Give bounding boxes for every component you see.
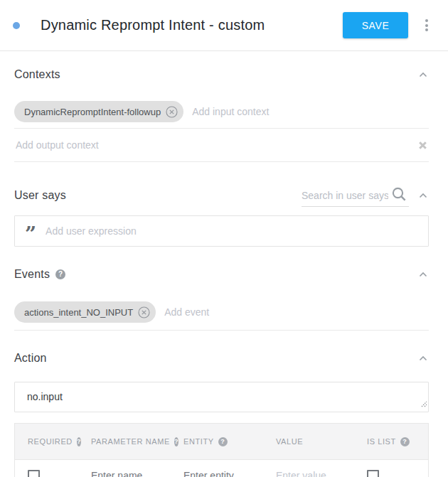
contexts-heading: Contexts bbox=[14, 68, 60, 81]
column-parameter-name: PARAMETER NAME ? bbox=[78, 437, 171, 446]
parameters-table-header: REQUIRED ? PARAMETER NAME ? ENTITY ? VAL… bbox=[15, 424, 428, 459]
collapse-action-icon[interactable] bbox=[417, 354, 429, 363]
more-options-icon[interactable] bbox=[418, 16, 435, 35]
user-says-search bbox=[302, 184, 409, 207]
collapse-contexts-icon[interactable] bbox=[417, 70, 429, 79]
entity-help-icon[interactable]: ? bbox=[218, 437, 228, 446]
search-user-says-input[interactable] bbox=[302, 187, 388, 204]
events-section: Events ? actions_intent_NO_INPUT bbox=[14, 266, 429, 331]
user-says-section: User says ” bbox=[14, 183, 429, 247]
user-says-heading: User says bbox=[14, 189, 66, 202]
input-contexts-row: DynamicRepromptIntent-followup bbox=[14, 101, 429, 129]
quote-icon: ” bbox=[25, 231, 36, 238]
user-expression-box: ” bbox=[14, 215, 429, 247]
event-chip[interactable]: actions_intent_NO_INPUT bbox=[14, 301, 156, 323]
events-heading: Events bbox=[14, 268, 50, 281]
save-button[interactable]: SAVE bbox=[343, 12, 408, 38]
required-checkbox[interactable] bbox=[28, 470, 40, 477]
event-chip-label: actions_intent_NO_INPUT bbox=[24, 307, 133, 318]
action-heading: Action bbox=[14, 352, 47, 365]
column-required: REQUIRED ? bbox=[15, 437, 78, 446]
input-context-chip[interactable]: DynamicRepromptIntent-followup bbox=[14, 101, 183, 122]
action-name-field[interactable]: no.input bbox=[14, 382, 429, 412]
action-input-wrap: no.input bbox=[14, 382, 429, 412]
is-list-checkbox[interactable] bbox=[367, 470, 379, 477]
add-user-expression-field[interactable] bbox=[46, 223, 418, 240]
value-field[interactable] bbox=[276, 467, 347, 477]
intent-header: Dynamic Reprompt Intent - custom SAVE bbox=[0, 0, 448, 51]
column-value: VALUE bbox=[263, 437, 354, 446]
action-header-row: Action bbox=[14, 350, 429, 367]
add-event-field[interactable] bbox=[164, 304, 429, 321]
remove-input-context-icon[interactable] bbox=[166, 106, 178, 118]
contexts-section: Contexts DynamicRepromptIntent-followup bbox=[14, 66, 429, 162]
remove-event-icon[interactable] bbox=[138, 306, 150, 318]
clear-output-context-icon[interactable] bbox=[417, 139, 429, 151]
action-section: Action no.input REQUIRED ? PARAMETER NAM… bbox=[14, 350, 429, 477]
column-is-list: IS LIST ? bbox=[354, 437, 428, 446]
search-icon[interactable] bbox=[391, 186, 407, 203]
intent-status-dot bbox=[13, 22, 20, 29]
add-input-context-field[interactable] bbox=[192, 103, 429, 120]
output-contexts-row bbox=[14, 129, 429, 162]
intent-editor: Contexts DynamicRepromptIntent-followup … bbox=[0, 66, 448, 477]
events-header-row: Events ? bbox=[14, 266, 429, 283]
add-output-context-field[interactable] bbox=[16, 136, 417, 154]
user-says-header-row: User says bbox=[14, 183, 429, 208]
contexts-header-row: Contexts bbox=[14, 66, 429, 83]
events-help-icon[interactable]: ? bbox=[55, 269, 65, 279]
column-entity: ENTITY ? bbox=[171, 437, 263, 446]
collapse-events-icon[interactable] bbox=[417, 270, 429, 279]
collapse-user-says-icon[interactable] bbox=[417, 191, 429, 200]
intent-title: Dynamic Reprompt Intent - custom bbox=[41, 17, 343, 33]
parameters-table: REQUIRED ? PARAMETER NAME ? ENTITY ? VAL… bbox=[14, 423, 429, 477]
parameter-name-field[interactable] bbox=[91, 467, 162, 477]
input-context-chip-label: DynamicRepromptIntent-followup bbox=[24, 107, 161, 117]
is-list-help-icon[interactable]: ? bbox=[400, 437, 410, 446]
entity-field[interactable] bbox=[183, 467, 255, 477]
events-row: actions_intent_NO_INPUT bbox=[14, 301, 429, 331]
parameter-row bbox=[15, 459, 428, 477]
